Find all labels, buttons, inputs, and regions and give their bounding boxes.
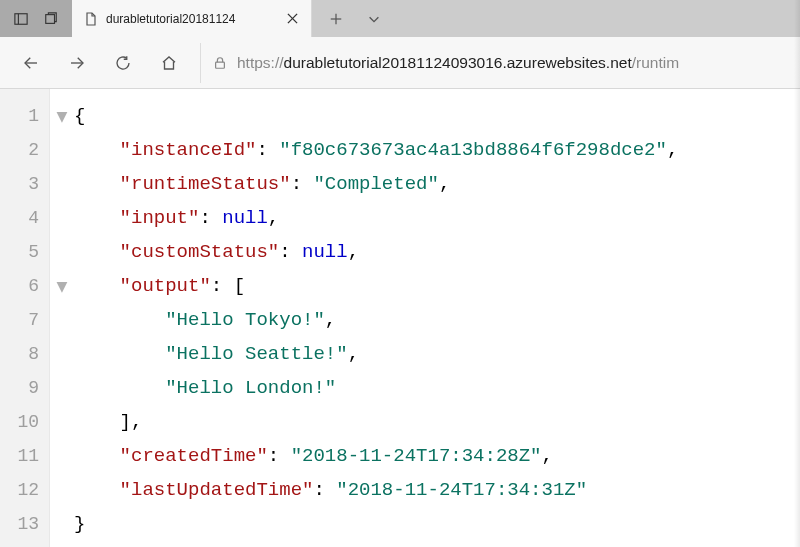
fold-spacer bbox=[50, 167, 74, 201]
line-number: 7 bbox=[0, 303, 39, 337]
line-number: 10 bbox=[0, 405, 39, 439]
line-number: 12 bbox=[0, 473, 39, 507]
window-controls bbox=[0, 0, 72, 37]
line-number: 6 bbox=[0, 269, 39, 303]
fold-spacer bbox=[50, 337, 74, 371]
line-number: 2 bbox=[0, 133, 39, 167]
url-host: durabletutorial20181124093016.azurewebsi… bbox=[284, 54, 632, 71]
fold-spacer bbox=[50, 439, 74, 473]
fold-spacer bbox=[50, 235, 74, 269]
code-line: "createdTime": "2018-11-24T17:34:28Z", bbox=[74, 439, 800, 473]
code-line: "output": [ bbox=[74, 269, 800, 303]
code-line: "instanceId": "f80c673673ac4a13bd8864f6f… bbox=[74, 133, 800, 167]
line-number-gutter: 12345678910111213 bbox=[0, 89, 50, 547]
show-tabs-icon[interactable] bbox=[36, 0, 66, 37]
code-line: "input": null, bbox=[74, 201, 800, 235]
lock-icon bbox=[213, 56, 227, 70]
address-bar[interactable]: https://durabletutorial20181124093016.az… bbox=[200, 43, 790, 83]
fold-toggle-icon[interactable]: ▼ bbox=[50, 269, 74, 303]
fold-spacer bbox=[50, 473, 74, 507]
svg-rect-2 bbox=[46, 14, 55, 23]
fold-toggle-icon[interactable]: ▼ bbox=[50, 99, 74, 133]
home-button[interactable] bbox=[148, 42, 190, 84]
tab-menu-icon[interactable] bbox=[356, 0, 392, 37]
url-text: https://durabletutorial20181124093016.az… bbox=[237, 54, 679, 72]
svg-rect-0 bbox=[15, 13, 27, 24]
line-number: 5 bbox=[0, 235, 39, 269]
code-line: "customStatus": null, bbox=[74, 235, 800, 269]
close-tab-icon[interactable] bbox=[281, 8, 303, 30]
tab-title: durabletutorial20181124 bbox=[106, 12, 273, 26]
code-line: ], bbox=[74, 405, 800, 439]
fold-spacer bbox=[50, 371, 74, 405]
code-line: } bbox=[74, 507, 800, 541]
json-viewer: 12345678910111213 ▼▼ { "instanceId": "f8… bbox=[0, 89, 800, 547]
line-number: 9 bbox=[0, 371, 39, 405]
code-line: "Hello Seattle!", bbox=[74, 337, 800, 371]
browser-tab[interactable]: durabletutorial20181124 bbox=[72, 0, 312, 37]
url-scheme: https:// bbox=[237, 54, 284, 71]
svg-rect-9 bbox=[216, 62, 225, 68]
tab-aside-icon[interactable] bbox=[6, 0, 36, 37]
fold-spacer bbox=[50, 405, 74, 439]
fold-spacer bbox=[50, 507, 74, 541]
back-button[interactable] bbox=[10, 42, 52, 84]
tab-strip: durabletutorial20181124 bbox=[72, 0, 800, 37]
line-number: 4 bbox=[0, 201, 39, 235]
title-bar: durabletutorial20181124 bbox=[0, 0, 800, 37]
fold-spacer bbox=[50, 133, 74, 167]
page-icon bbox=[84, 12, 98, 26]
fold-spacer bbox=[50, 201, 74, 235]
forward-button[interactable] bbox=[56, 42, 98, 84]
fold-gutter: ▼▼ bbox=[50, 89, 74, 547]
refresh-button[interactable] bbox=[102, 42, 144, 84]
fold-spacer bbox=[50, 303, 74, 337]
code-line: { bbox=[74, 99, 800, 133]
line-number: 3 bbox=[0, 167, 39, 201]
line-number: 1 bbox=[0, 99, 39, 133]
tab-actions bbox=[312, 0, 392, 37]
new-tab-button[interactable] bbox=[318, 0, 354, 37]
code-line: "lastUpdatedTime": "2018-11-24T17:34:31Z… bbox=[74, 473, 800, 507]
url-path: /runtim bbox=[632, 54, 679, 71]
code-line: "Hello London!" bbox=[74, 371, 800, 405]
code-area[interactable]: { "instanceId": "f80c673673ac4a13bd8864f… bbox=[74, 89, 800, 547]
line-number: 11 bbox=[0, 439, 39, 473]
code-line: "Hello Tokyo!", bbox=[74, 303, 800, 337]
toolbar: https://durabletutorial20181124093016.az… bbox=[0, 37, 800, 89]
code-line: "runtimeStatus": "Completed", bbox=[74, 167, 800, 201]
line-number: 8 bbox=[0, 337, 39, 371]
line-number: 13 bbox=[0, 507, 39, 541]
